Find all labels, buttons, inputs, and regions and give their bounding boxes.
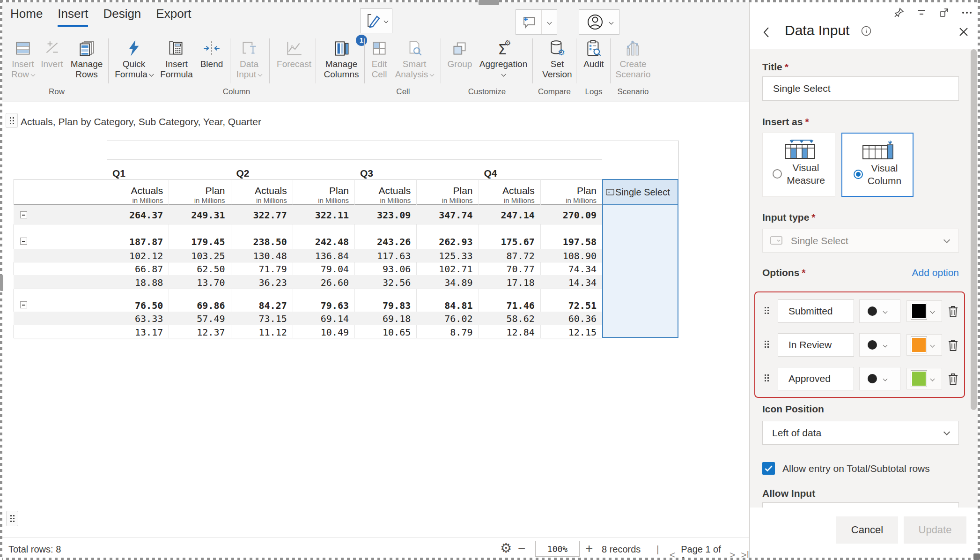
value-cell[interactable]: 322.11 [289, 209, 349, 221]
info-icon[interactable] [861, 25, 872, 37]
value-cell[interactable]: 34.89 [413, 277, 473, 288]
value-cell[interactable]: 17.18 [475, 277, 535, 288]
set-version-button[interactable]: ⚙ SetVersion [539, 37, 575, 80]
close-icon[interactable] [958, 26, 969, 37]
value-cell[interactable]: 63.33 [103, 313, 163, 324]
allow-input-select-partial[interactable] [762, 502, 959, 508]
value-cell[interactable]: 179.45 [165, 236, 225, 247]
add-comment-button[interactable] [516, 9, 557, 35]
value-cell[interactable]: 70.77 [475, 263, 535, 275]
value-cell[interactable]: 18.88 [103, 277, 163, 288]
option-text-input[interactable]: Approved [778, 367, 854, 390]
delete-option-icon[interactable] [948, 339, 958, 351]
single-select-column-header[interactable]: Single Select [602, 179, 678, 205]
value-cell[interactable]: 93.06 [351, 263, 411, 275]
value-cell[interactable]: 73.15 [227, 313, 287, 324]
delete-option-icon[interactable] [948, 373, 958, 385]
radio-unselected-icon[interactable] [773, 169, 782, 179]
value-cell[interactable]: 125.33 [413, 250, 473, 261]
expand-icon[interactable] [939, 7, 949, 18]
value-cell[interactable]: 12.15 [537, 327, 597, 338]
option-color-dropdown[interactable] [906, 368, 942, 389]
allow-entry-checkbox-row[interactable]: Allow entry on Total/Subtotal rows [762, 462, 930, 475]
quick-formula-button[interactable]: QuickFormula [111, 37, 156, 80]
page-last-button[interactable]: >| [741, 549, 749, 560]
value-cell[interactable]: 69.18 [351, 313, 411, 324]
value-cell[interactable]: 8.79 [413, 327, 473, 338]
option-drag-handle[interactable] [765, 341, 769, 348]
value-cell[interactable]: 10.49 [289, 327, 349, 338]
icon-position-select[interactable]: Left of data [762, 421, 959, 445]
cancel-button[interactable]: Cancel [836, 516, 898, 544]
value-cell[interactable]: 10.65 [351, 327, 411, 338]
option-text-input[interactable]: In Review [778, 333, 854, 357]
menu-tab-design[interactable]: Design [103, 7, 141, 25]
value-cell[interactable]: 242.48 [289, 236, 349, 247]
value-cell[interactable]: 247.14 [475, 209, 535, 221]
comment-dropdown[interactable] [542, 21, 557, 24]
value-cell[interactable]: 12.37 [165, 327, 225, 338]
input-type-select[interactable]: Single Select [762, 229, 959, 253]
radio-selected-icon[interactable] [854, 170, 863, 179]
resize-grip-left[interactable] [0, 275, 3, 291]
value-cell[interactable]: 197.58 [537, 236, 597, 247]
option-color-dropdown[interactable] [906, 334, 942, 356]
page-prev-button[interactable]: < [670, 549, 675, 560]
option-color-dropdown[interactable] [906, 300, 942, 322]
value-cell[interactable]: 13.17 [103, 327, 163, 338]
value-cell[interactable]: 12.84 [475, 327, 535, 338]
value-cell[interactable]: 79.63 [289, 300, 349, 311]
canvas-drag-handle[interactable] [6, 511, 18, 526]
zoom-level-input[interactable]: 100% [535, 541, 580, 557]
page-next-button[interactable]: > [729, 549, 735, 560]
aggregation-button[interactable]: Σ⚙ Aggregation [477, 37, 530, 79]
value-cell[interactable]: 74.34 [537, 263, 597, 275]
insert-formula-button[interactable]: InsertFormula [157, 37, 196, 80]
option-shape-dropdown[interactable] [859, 367, 900, 390]
value-cell[interactable]: 322.77 [227, 209, 287, 221]
insert-as-measure-card[interactable]: VisualMeasure [762, 133, 835, 197]
zoom-out-button[interactable]: − [518, 541, 525, 556]
value-cell[interactable]: 60.36 [537, 313, 597, 324]
value-cell[interactable]: 69.14 [289, 313, 349, 324]
value-cell[interactable]: 84.81 [413, 300, 473, 311]
value-cell[interactable]: 175.67 [475, 236, 535, 247]
panel-scrollbar[interactable] [971, 49, 977, 410]
account-button[interactable] [579, 9, 619, 35]
value-cell[interactable]: 262.93 [413, 236, 473, 247]
manage-columns-button[interactable]: 1 ManageColumns [320, 37, 362, 80]
value-cell[interactable]: 187.87 [103, 236, 163, 247]
value-cell[interactable]: 62.50 [165, 263, 225, 275]
option-drag-handle[interactable] [765, 307, 769, 314]
value-cell[interactable]: 79.04 [289, 263, 349, 275]
back-icon[interactable] [762, 26, 771, 38]
value-cell[interactable]: 249.31 [165, 209, 225, 221]
blend-button[interactable]: Blend [197, 37, 227, 69]
value-cell[interactable]: 270.09 [537, 209, 597, 221]
value-cell[interactable]: 243.26 [351, 236, 411, 247]
menu-tab-export[interactable]: Export [156, 7, 191, 25]
value-cell[interactable]: 11.12 [227, 327, 287, 338]
value-cell[interactable]: 136.84 [289, 250, 349, 261]
value-cell[interactable]: 238.50 [227, 236, 287, 247]
value-cell[interactable]: 58.62 [475, 313, 535, 324]
insert-as-column-card[interactable]: VisualColumn [841, 133, 914, 197]
value-cell[interactable]: 71.46 [475, 300, 535, 311]
value-cell[interactable]: 57.49 [165, 313, 225, 324]
update-button[interactable]: Update [904, 516, 966, 544]
value-cell[interactable]: 36.23 [227, 277, 287, 288]
add-option-link[interactable]: Add option [912, 267, 959, 278]
option-shape-dropdown[interactable] [859, 299, 900, 323]
value-cell[interactable]: 66.87 [103, 263, 163, 275]
title-input[interactable]: Single Select [762, 76, 959, 101]
option-shape-dropdown[interactable] [859, 333, 900, 357]
value-cell[interactable]: 72.51 [537, 300, 597, 311]
option-drag-handle[interactable] [765, 374, 769, 381]
visual-drag-handle[interactable] [6, 113, 18, 128]
value-cell[interactable]: 102.71 [413, 263, 473, 275]
value-cell[interactable]: 13.70 [165, 277, 225, 288]
manage-rows-button[interactable]: ManageRows [68, 37, 105, 80]
collapse-toggle-icon[interactable] [20, 211, 27, 218]
value-cell[interactable]: 103.25 [165, 250, 225, 261]
pin-icon[interactable] [894, 7, 904, 18]
